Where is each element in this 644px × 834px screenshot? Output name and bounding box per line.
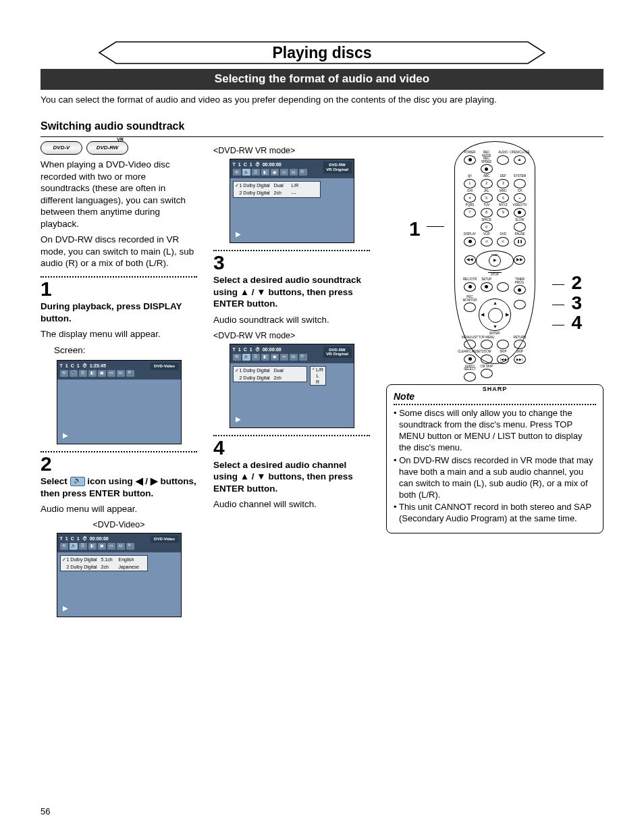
- step-number-2: 2: [41, 454, 197, 474]
- remote-arrow-pad[interactable]: ▲▼◀▶: [479, 298, 511, 331]
- remote-videotv-button[interactable]: [514, 208, 526, 217]
- page-number: 56: [41, 806, 50, 818]
- osd-icon: ☰: [79, 370, 87, 377]
- remote-brand: SHARP: [460, 386, 529, 394]
- remote-recmode-button[interactable]: [481, 164, 493, 174]
- step-number-4: 4: [213, 438, 370, 458]
- remote-display-button[interactable]: [464, 237, 476, 246]
- step2-instruction: Select icon using ◀ / ▶ buttons, then pr…: [41, 475, 197, 499]
- remote-num-3[interactable]: 3: [497, 179, 509, 188]
- remote-num-7[interactable]: 7: [464, 208, 476, 217]
- title-banner: Playing discs: [41, 41, 603, 65]
- remote-openclose-button[interactable]: ⏏: [514, 155, 526, 165]
- section-heading: Switching audio soundtrack: [41, 120, 603, 134]
- step4-result: Audio channel will switch.: [213, 498, 370, 511]
- remote-zoom-button[interactable]: [481, 355, 493, 364]
- osd-screenshot-4: DVD-RWVR Original T 1 C 1 ⏱ 00:00:00 ⟲ 🔊…: [230, 344, 354, 428]
- paragraph-1: When playing a DVD-Video disc recorded w…: [41, 159, 197, 230]
- step-separator: [41, 276, 197, 278]
- osd-audio-icon-selected: 🔊: [70, 543, 78, 550]
- step2-result: Audio menu will appear.: [41, 503, 197, 515]
- osd-zoom-icon: 🔍: [126, 370, 134, 377]
- osd-audio-icon: 🔊: [70, 370, 78, 377]
- osd-icon: ⟲: [60, 370, 68, 377]
- remote-button[interactable]: [497, 340, 509, 349]
- remote-setup-button[interactable]: [481, 282, 493, 292]
- remote-audio-button[interactable]: [497, 155, 509, 165]
- osd-icon: ▭: [107, 370, 115, 377]
- step-number-3: 3: [213, 253, 370, 273]
- audio-icon: [70, 477, 85, 486]
- remote-topmenu-button[interactable]: [481, 340, 493, 349]
- step1-instruction: During playback, press DISPLAY button.: [41, 301, 197, 324]
- osd3-tag: DVD-RWVR Original: [323, 161, 352, 173]
- badge-dvdv: DVD-V: [41, 141, 82, 155]
- osd-screenshot-1: DVD-Video T 1 C 1 ⏱ 1:23:45 ⟲ 🔊 ☰ ◧ ▣ ▭ …: [57, 360, 182, 444]
- osd-screenshot-3: DVD-RWVR Original T 1 C 1 ⏱ 00:00:00 ⟲ 🔊…: [230, 159, 354, 243]
- osd-icon: ⊟: [117, 370, 125, 377]
- osd-play-icon: ▶: [63, 431, 68, 440]
- remote-recotr-button[interactable]: [464, 282, 476, 292]
- step3-result: Audio soundtrack will switch.: [213, 314, 370, 326]
- remote-num-4[interactable]: 4: [464, 193, 476, 203]
- remote-audioselect-button[interactable]: [464, 372, 476, 382]
- note-item: Some discs will only allow you to change…: [394, 408, 596, 454]
- step3-instruction: Select a desired audio soundtrack using …: [213, 274, 370, 310]
- osd4-tag: DVD-RWVR Original: [323, 346, 352, 358]
- remote-timerprog-button[interactable]: [514, 285, 526, 294]
- remote-num-1[interactable]: 1: [464, 179, 476, 188]
- osd4-audio-list: 1 Dolby DigitalDual 2 Dolby Digital2ch: [233, 366, 307, 382]
- remote-num-2[interactable]: 2: [481, 179, 493, 188]
- remote-power-button[interactable]: [464, 155, 476, 165]
- osd2-label: <DVD-Video>: [41, 519, 197, 530]
- remote-rew-button[interactable]: ◀◀: [464, 255, 476, 265]
- remote-skip-back[interactable]: |◀◀: [497, 355, 509, 364]
- remote-return-button[interactable]: [514, 340, 526, 349]
- osd-icon: ▣: [98, 370, 106, 377]
- section-subtitle: Selecting the format of audio and video: [41, 69, 603, 90]
- osd2-tag: DVD-Video: [151, 536, 179, 543]
- step1-result: The display menu will appear.: [41, 328, 197, 340]
- remote-button[interactable]: [497, 282, 509, 292]
- remote-dvd-button[interactable]: ⊙: [497, 237, 509, 246]
- note-box: Note Some discs will only allow you to c…: [386, 384, 603, 533]
- remote-system-button[interactable]: [514, 179, 526, 188]
- note-item: This unit CANNOT record in both stereo a…: [394, 502, 596, 525]
- remote-stop-label: STOP: [488, 272, 502, 277]
- remote-ff-button[interactable]: ▶▶: [514, 255, 525, 265]
- callout-numbers-right: 2 3 4: [571, 273, 582, 332]
- remote-num-9[interactable]: 9: [497, 208, 509, 217]
- remote-diagram: 1 2 3 4 POWER REC MODE REC SPEED AUDIO O…: [431, 141, 559, 364]
- remote-ch-up[interactable]: +: [514, 193, 526, 203]
- osd1-tag: DVD-Video: [151, 363, 179, 370]
- remote-num-5[interactable]: 5: [481, 193, 493, 203]
- remote-menulist-button[interactable]: [464, 340, 476, 349]
- remote-cmskip-button[interactable]: [481, 369, 493, 378]
- osd2-audio-list: 1 Dolby Digital5.1chEnglish 2 Dolby Digi…: [60, 555, 148, 571]
- remote-pause-button[interactable]: ❚❚: [514, 237, 526, 246]
- remote-num-0[interactable]: 0: [481, 222, 493, 232]
- remote-recmonitor-button[interactable]: [464, 303, 476, 312]
- disc-badges: DVD-V VR DVD-RW: [41, 141, 197, 155]
- page-title: Playing discs: [41, 41, 603, 65]
- osd3-label-top: <DVD-RW VR mode>: [213, 145, 370, 156]
- osd-icon: ◧: [88, 370, 97, 377]
- step-separator: [213, 250, 370, 251]
- remote-play-button[interactable]: PLAY ▶: [476, 251, 514, 271]
- osd4-channel-dropdown: ✓L/R L R: [310, 366, 326, 386]
- step-number-1: 1: [41, 279, 197, 299]
- remote-slow-button[interactable]: [514, 222, 526, 232]
- osd-screenshot-2: DVD-Video T 1 C 1 ⏱ 00:00:00 ⟲ 🔊 ☰ ◧ ▣ ▭…: [57, 533, 182, 617]
- remote-button[interactable]: [514, 300, 526, 309]
- paragraph-1b: On DVD-RW discs recorded in VR mode, you…: [41, 234, 197, 269]
- remote-vcr-button[interactable]: ⊙: [481, 237, 493, 246]
- osd3-audio-list: 1 Dolby DigitalDualL/R 2 Dolby Digital2c…: [233, 181, 321, 197]
- callout-number-1: 1: [409, 215, 421, 242]
- remote-num-6[interactable]: 6: [497, 193, 509, 203]
- remote-clear-button[interactable]: [464, 355, 476, 364]
- remote-num-8[interactable]: 8: [481, 208, 493, 217]
- remote-skip-fwd[interactable]: ▶▶|: [514, 355, 526, 364]
- intro-paragraph: You can select the format of audio and v…: [41, 94, 603, 106]
- heading-underline: [41, 136, 603, 137]
- osd4-label: <DVD-RW VR mode>: [213, 330, 370, 341]
